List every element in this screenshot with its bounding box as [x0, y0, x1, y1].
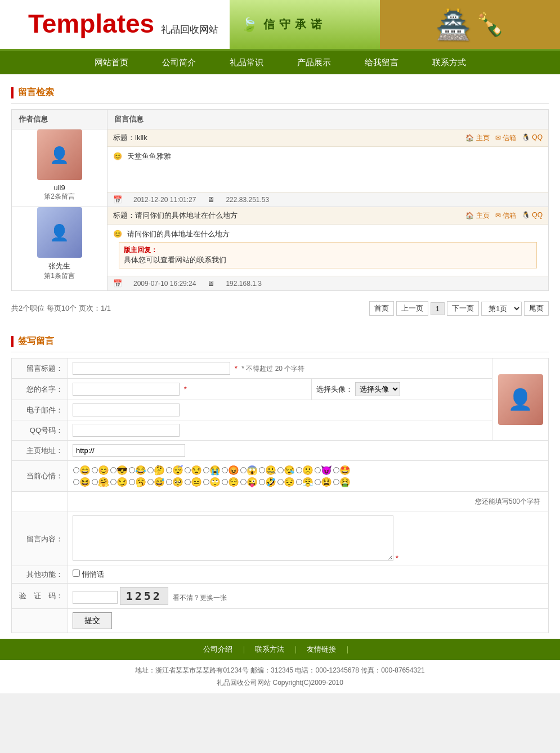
msg-subject-2: 标题：请问你们的具体地址在什么地方 [113, 210, 238, 221]
captcha-label: 验 证 码： [12, 584, 68, 609]
emoticon-radio-3[interactable]: 😎 [110, 465, 128, 476]
emoticon-radio-24[interactable]: 😌 [222, 477, 239, 487]
form-row-homepage: 主页地址： [12, 441, 549, 461]
msg-body-2: 😊 请问你们的具体地址在什么地方 版主回复： 具体您可以查看网站的联系我们 [107, 225, 548, 276]
footer-link-friends[interactable]: 友情链接 [307, 645, 336, 653]
message-cell-2: 标题：请问你们的具体地址在什么地方 🏠 主页 ✉ 信箱 🐧 QQ 😊 请问你们的… [107, 207, 549, 291]
page-select[interactable]: 第1页 [481, 302, 522, 316]
name-label: 您的名字： [12, 379, 68, 400]
captcha-refresh-link[interactable]: 看不清？更换一张 [173, 594, 227, 602]
emoticon-radio-7[interactable]: 😒 [185, 465, 202, 476]
date-icon-2: 📅 [113, 279, 122, 288]
header-motto: 信守承诺 [263, 17, 326, 32]
emoticon-radio-19[interactable]: 🥱 [129, 477, 146, 487]
avatar-select[interactable]: 选择头像 [355, 382, 400, 396]
emoticon-radio-20[interactable]: 😅 [147, 477, 165, 487]
page-first[interactable]: 首页 [369, 301, 394, 316]
extra-label: 其他功能： [12, 566, 68, 584]
page-current: 1 [431, 302, 445, 315]
emoticon-radio-6[interactable]: 😴 [166, 465, 183, 476]
page-next[interactable]: 下一页 [447, 301, 479, 316]
qq-cell [68, 420, 492, 441]
submit-button[interactable]: 提交 [73, 612, 112, 629]
reply-label: 版主回复： [124, 246, 158, 254]
msg-reply-2: 版主回复： 具体您可以查看网站的联系我们 [119, 242, 537, 268]
qq-input[interactable] [73, 424, 180, 437]
bottle-icon: 🍾 [476, 11, 504, 38]
submit-cell: 提交 [68, 609, 549, 633]
homepage-cell [68, 441, 549, 461]
emoticon-radio-18[interactable]: 😏 [110, 477, 128, 487]
emoticon-radio-26[interactable]: 🤣 [259, 477, 276, 487]
nav-gift-knowledge[interactable]: 礼品常识 [213, 51, 280, 74]
search-title-text: 留言检索 [18, 87, 54, 98]
footer-link-company[interactable]: 公司介绍 [203, 645, 232, 653]
reply-text: 具体您可以查看网站的联系我们 [124, 256, 226, 264]
emoticon-radio-21[interactable]: 🥺 [166, 477, 183, 487]
emoticon-radio-23[interactable]: 🙄 [203, 477, 221, 487]
nav-about[interactable]: 公司简介 [145, 51, 213, 74]
footer-address: 地址：浙江省某某市某某路有01234号 邮编：312345 电话：000-123… [5, 665, 555, 677]
captcha-image: 1252 [120, 587, 168, 605]
write-title-text: 签写留言 [18, 335, 54, 347]
emoticon-radio-8[interactable]: 😭 [203, 465, 221, 476]
emoticon-radio-9[interactable]: 😡 [222, 465, 239, 476]
footer-link-contact[interactable]: 联系方法 [255, 645, 284, 653]
email-label: 电子邮件： [12, 400, 68, 420]
emoticon-radio-13[interactable]: 🙁 [296, 465, 313, 476]
avatar-preview: 👤 [498, 374, 543, 425]
page-prev[interactable]: 上一页 [396, 301, 428, 316]
emoticon-radio-14[interactable]: 😈 [315, 465, 332, 476]
pagination-pages: 首页 上一页 1 下一页 第1页 尾页 [369, 301, 549, 316]
msg-text-1: 天堂鱼鱼雅雅 [127, 152, 171, 160]
emoticon-radio-17[interactable]: 🤗 [92, 477, 109, 487]
form-row-name: 您的名字： * 选择头像： 选择头像 [12, 379, 549, 400]
msg-qq-link-1[interactable]: 🐧 QQ [522, 133, 543, 143]
emoticon-radio-22[interactable]: 😑 [185, 477, 202, 487]
avatar-select-cell: 选择头像： 选择头像 [312, 379, 492, 400]
brand-subtitle: 礼品回收网站 [161, 24, 218, 35]
homepage-input[interactable] [73, 444, 185, 457]
msg-ip-1: 222.83.251.53 [226, 196, 269, 204]
subject-hint: * 不得超过 20 个字符 [241, 365, 304, 373]
nav-home[interactable]: 网站首页 [78, 51, 145, 74]
logo-area: Templates 礼品回收网站 [0, 0, 230, 49]
msg-mail-link-1[interactable]: ✉ 信箱 [495, 133, 516, 143]
emoticon-radio-27[interactable]: 😔 [277, 477, 295, 487]
write-section-title: 签写留言 [11, 329, 549, 352]
emoticon-radio-10[interactable]: 😱 [240, 465, 258, 476]
msg-mail-link-2[interactable]: ✉ 信箱 [495, 211, 516, 221]
nav-products[interactable]: 产品展示 [280, 51, 348, 74]
emoticon-radio-2[interactable]: 😊 [92, 465, 109, 476]
smiley-icon-1: 😊 [113, 152, 122, 160]
subject-input[interactable] [73, 362, 230, 375]
emoticon-radio-4[interactable]: 😂 [129, 465, 146, 476]
nav-contact[interactable]: 联系方式 [415, 51, 483, 74]
emoticon-radio-5[interactable]: 🤔 [147, 465, 165, 476]
msg-home-link-1[interactable]: 🏠 主页 [465, 133, 489, 143]
emoticon-radio-1[interactable]: 😄 [73, 465, 91, 476]
emoticon-radio-15[interactable]: 🤩 [333, 465, 351, 476]
emoticon-radio-16[interactable]: 😆 [73, 477, 91, 487]
emoticon-radio-29[interactable]: 😫 [315, 477, 332, 487]
page-last[interactable]: 尾页 [524, 301, 549, 316]
captcha-input[interactable] [73, 591, 118, 604]
whisper-checkbox[interactable] [73, 570, 80, 577]
nav-leave-message[interactable]: 给我留言 [348, 51, 415, 74]
form-row-mood: 当前心情： 😄 😊 😎 😂 🤔 😴 😒 😭 😡 😱 [12, 461, 549, 492]
main-content: 留言检索 作者信息 留言信息 👤 uii9 第2条留言 标题：lkllk [0, 74, 560, 639]
search-section-title: 留言检索 [11, 80, 549, 104]
header: Templates 礼品回收网站 🍃 信守承诺 🏯 🍾 [0, 0, 560, 51]
emoticon-radio-28[interactable]: 😤 [296, 477, 313, 487]
emoticon-radio-11[interactable]: 🤐 [259, 465, 276, 476]
email-input[interactable] [73, 404, 180, 416]
subject-required: * [235, 364, 238, 373]
emoticon-radio-25[interactable]: 😜 [240, 477, 258, 487]
emoticon-radio-12[interactable]: 😪 [277, 465, 295, 476]
brand-name: Templates [28, 9, 154, 38]
msg-home-link-2[interactable]: 🏠 主页 [465, 211, 489, 221]
msg-qq-link-2[interactable]: 🐧 QQ [522, 211, 543, 221]
name-input[interactable] [73, 383, 180, 396]
emoticon-radio-30[interactable]: 🤮 [333, 477, 351, 487]
content-textarea[interactable] [73, 516, 393, 561]
